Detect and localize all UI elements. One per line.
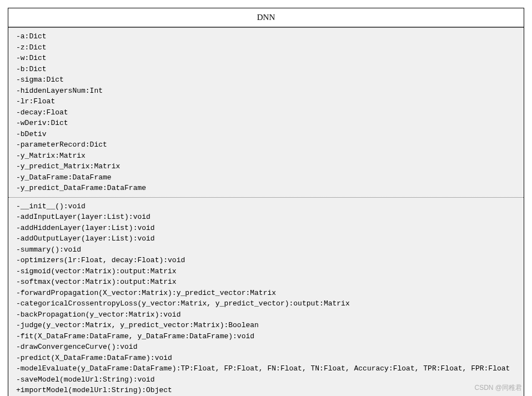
attribute-row: -y_Matrix:Matrix [16,151,516,162]
watermark: CSDN @同稚君 [474,383,522,393]
method-row: -saveModel(modelUrl:String):void [16,374,516,385]
attribute-row: -y_predict_DataFrame:DataFrame [16,183,516,194]
attribute-row: -w:Dict [16,53,516,64]
attributes-section: -a:Dict-z:Dict-w:Dict-b:Dict-sigma:Dict-… [8,28,524,198]
attribute-row: -y_DataFrame:DataFrame [16,172,516,183]
method-row: -forwardPropagation(X_vector:Matrix):y_p… [16,288,516,299]
method-row: -addHiddenLayer(layer:List):void [16,223,516,234]
method-row: -modelEvaluate(y_DataFrame:DataFrame):TP… [16,363,516,374]
method-row: -backPropagation(y_vector:Matrix):void [16,309,516,320]
attribute-row: -wDeriv:Dict [16,118,516,129]
class-name-section: DNN [8,8,524,28]
method-row: -drawConvergenceCurve():void [16,342,516,353]
attribute-row: -parameterRecord:Dict [16,139,516,151]
method-row: +importModel(modelUrl:String):Object [16,385,516,396]
attribute-row: -hiddenLayersNum:Int [16,86,516,97]
method-row: -judge(y_vector:Matrix, y_predict_vector… [16,320,516,331]
method-row: -sigmoid(vector:Matrix):output:Matrix [16,266,516,277]
attribute-row: -z:Dict [16,42,516,53]
method-row: -categoricalCrossentropyLoss(y_vector:Ma… [16,298,516,309]
method-row: -__init__():void [16,201,516,212]
method-row: -addOutputLayer(layer:List):void [16,233,516,244]
method-row: -optimizers(lr:Float, decay:Float):void [16,255,516,266]
class-name: DNN [257,13,275,22]
method-row: -summary():void [16,244,516,255]
method-row: -softmax(vector:Matrix):output:Matrix [16,277,516,288]
attribute-row: -lr:Float [16,96,516,107]
attribute-row: -decay:Float [16,107,516,118]
uml-class-diagram: DNN -a:Dict-z:Dict-w:Dict-b:Dict-sigma:D… [8,8,524,396]
attribute-row: -b:Dict [16,64,516,75]
attribute-row: -bDetiv [16,129,516,140]
method-row: -fit(X_DataFrame:DataFrame, y_DataFrame:… [16,331,516,342]
attribute-row: -y_predict_Matrix:Matrix [16,161,516,172]
attribute-row: -a:Dict [16,31,516,42]
methods-section: -__init__():void-addInputLayer(layer:Lis… [8,198,524,397]
method-row: -addInputLayer(layer:List):void [16,212,516,223]
attribute-row: -sigma:Dict [16,74,516,86]
method-row: -predict(X_DataFrame:DataFrame):void [16,353,516,364]
